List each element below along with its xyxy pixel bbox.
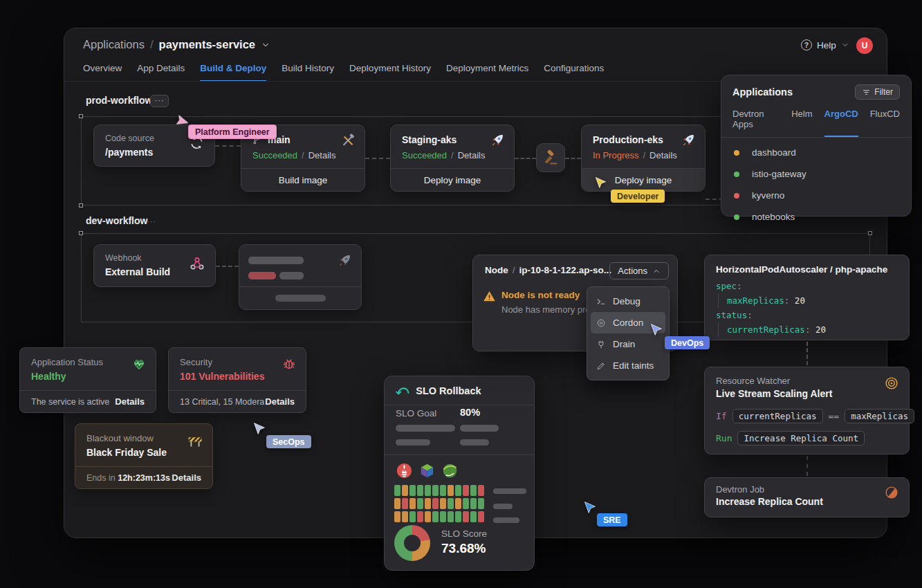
status-separator: / bbox=[451, 150, 454, 160]
menu-item-edit-taints[interactable]: Edit taints bbox=[591, 355, 665, 376]
application-status-details-link[interactable]: Details bbox=[115, 396, 145, 407]
security-label: Security bbox=[180, 357, 212, 367]
tab-configurations[interactable]: Configurations bbox=[544, 63, 604, 82]
canvas-handle[interactable] bbox=[868, 231, 872, 235]
tab-deployment-history[interactable]: Deployment History bbox=[349, 63, 431, 82]
heatmap-row bbox=[394, 511, 484, 522]
slo-heatmap bbox=[394, 485, 484, 524]
rocket-icon bbox=[337, 253, 352, 268]
rocket-icon bbox=[681, 133, 696, 148]
breadcrumb-section[interactable]: Applications bbox=[83, 38, 145, 51]
pause-circle-icon bbox=[596, 318, 607, 328]
blackout-footer-text: Ends in 12h:23m:13s bbox=[86, 473, 170, 483]
filter-button[interactable]: Filter bbox=[855, 84, 900, 100]
breadcrumb: Applications / payments-service bbox=[83, 38, 270, 51]
rollback-icon: ⤺ bbox=[396, 383, 409, 398]
status-separator: / bbox=[302, 150, 304, 160]
panel-connector bbox=[806, 342, 808, 365]
node-actions-button[interactable]: Actions bbox=[609, 262, 669, 279]
tab-argocd[interactable]: ArgoCD bbox=[824, 109, 858, 137]
security-details-link[interactable]: Details bbox=[265, 396, 295, 407]
menu-item-debug[interactable]: Debug bbox=[591, 291, 665, 312]
breadcrumb-app-name[interactable]: payments-service bbox=[159, 38, 255, 51]
slo-goal-value: 80% bbox=[460, 407, 480, 418]
application-status-footer: The service is active Details bbox=[20, 390, 156, 412]
build-image-action[interactable]: Build image bbox=[241, 168, 365, 191]
tab-devtron-apps[interactable]: Devtron Apps bbox=[732, 109, 780, 137]
app-name: kyverno bbox=[752, 190, 784, 201]
prod-workflow-more-button[interactable]: ··· bbox=[150, 95, 169, 107]
staging-deploy-card[interactable]: Staging-aks Succeeded / Details Deploy i… bbox=[390, 125, 515, 192]
build-details-link[interactable]: Details bbox=[308, 150, 336, 160]
app-list-item-kyverno[interactable]: kyverno bbox=[721, 185, 911, 206]
condition-left-operand: currentReplicas bbox=[732, 409, 823, 423]
tab-build-history[interactable]: Build History bbox=[282, 63, 334, 82]
tab-app-details[interactable]: App Details bbox=[137, 63, 185, 82]
staging-deploy-image-action[interactable]: Deploy image bbox=[391, 168, 514, 191]
pencil-icon bbox=[596, 361, 607, 371]
watcher-run-row: Run Increase Replica Count bbox=[705, 431, 909, 445]
code-source-label: Code source bbox=[105, 134, 154, 143]
tab-helm[interactable]: Helm bbox=[791, 109, 812, 137]
filter-icon bbox=[862, 88, 871, 97]
tab-deployment-metrics[interactable]: Deployment Metrics bbox=[446, 63, 528, 82]
pipeline-connector bbox=[216, 266, 239, 267]
application-status-card[interactable]: Application Status Healthy The service i… bbox=[19, 347, 156, 413]
dev-workflow-more-button[interactable]: ··· bbox=[147, 217, 156, 226]
app-list-item-notebooks[interactable]: notebooks bbox=[721, 206, 911, 228]
tab-overview[interactable]: Overview bbox=[83, 63, 122, 82]
applications-title: Applications bbox=[732, 86, 793, 98]
app-tabs: Overview App Details Build & Deploy Buil… bbox=[83, 63, 604, 82]
job-progress-icon bbox=[884, 485, 899, 500]
app-list-item-dashboard[interactable]: dashboard bbox=[721, 142, 911, 163]
yaml-line: status: bbox=[716, 308, 898, 322]
run-keyword: Run bbox=[716, 433, 732, 443]
production-details-link[interactable]: Details bbox=[649, 150, 677, 160]
monitoring-logos bbox=[396, 462, 459, 479]
filter-label: Filter bbox=[874, 87, 893, 97]
hpa-yaml: spec: maxReplicas: 20 status: currentRep… bbox=[705, 279, 909, 337]
menu-item-label: Drain bbox=[613, 339, 635, 349]
staging-env-name: Staging-aks bbox=[402, 134, 457, 145]
condition-right-operand: maxReplicas bbox=[845, 409, 914, 423]
app-name: dashboard bbox=[752, 147, 796, 158]
skeleton-bar bbox=[493, 504, 513, 509]
status-dot bbox=[734, 193, 739, 199]
staging-details-link[interactable]: Details bbox=[458, 150, 486, 160]
app-list-item-istio-gateway[interactable]: istio-gateway bbox=[721, 163, 911, 185]
production-env-name: Production-eks bbox=[593, 134, 663, 145]
help-menu[interactable]: ? Help bbox=[801, 39, 849, 50]
node-actions-label: Actions bbox=[618, 266, 647, 276]
warning-icon bbox=[483, 290, 496, 303]
user-avatar[interactable]: U bbox=[856, 37, 873, 54]
webhook-source-card[interactable]: Webhook External Build bbox=[93, 244, 216, 287]
skeleton-bar bbox=[396, 439, 430, 445]
sre-tag: SRE bbox=[597, 513, 627, 526]
skeleton-bar bbox=[460, 425, 499, 432]
code-source-value: /payments bbox=[105, 147, 153, 158]
canvas-handle[interactable] bbox=[79, 203, 83, 208]
node-warning-title: Node is not ready bbox=[501, 290, 598, 300]
applications-header: Applications Filter bbox=[721, 75, 911, 106]
watcher-target-icon bbox=[884, 376, 899, 391]
security-footer: 13 Critical, 15 Modera... Details bbox=[169, 390, 306, 412]
chevron-down-icon[interactable] bbox=[261, 40, 270, 50]
heatmap-row bbox=[394, 498, 484, 509]
watcher-title: Live Stream Scaling Alert bbox=[705, 386, 909, 399]
canvas-handle[interactable] bbox=[79, 231, 83, 235]
security-card[interactable]: Security 101 Vulnerabilities 13 Critical… bbox=[168, 347, 306, 413]
production-status: In Progress bbox=[593, 150, 638, 160]
tab-build-and-deploy[interactable]: Build & Deploy bbox=[200, 63, 266, 82]
blackout-label: Blackout window bbox=[86, 433, 154, 443]
security-footer-text: 13 Critical, 15 Modera... bbox=[180, 397, 265, 407]
blackout-details-link[interactable]: Details bbox=[172, 472, 201, 483]
tab-fluxcd[interactable]: FluxCD bbox=[870, 109, 900, 137]
resource-watcher-panel: Resource Watcher Live Stream Scaling Ale… bbox=[704, 367, 910, 454]
approval-gate-node[interactable] bbox=[536, 143, 565, 172]
app-name: notebooks bbox=[752, 212, 795, 222]
sre-cursor bbox=[582, 500, 597, 517]
skeleton-bar bbox=[279, 272, 304, 279]
status-dot bbox=[734, 214, 739, 220]
canvas-handle[interactable] bbox=[79, 114, 83, 118]
blackout-window-card[interactable]: Blackout window Black Friday Sale Ends i… bbox=[75, 423, 213, 489]
